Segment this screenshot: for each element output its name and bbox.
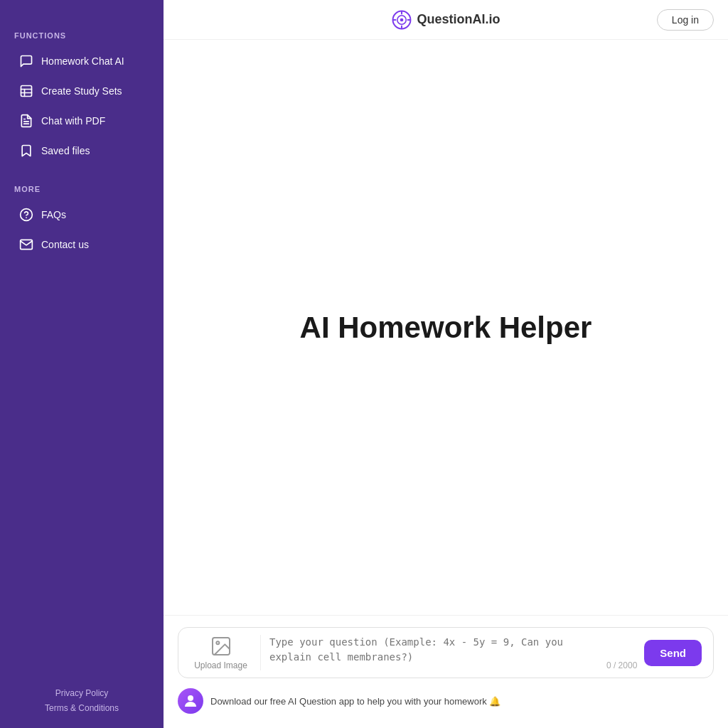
question-icon xyxy=(18,207,34,223)
functions-section-label: FUNCTIONS xyxy=(11,31,152,40)
send-button[interactable]: Send xyxy=(644,640,702,666)
mail-icon xyxy=(18,237,34,252)
bottom-bar: Upload Image 0 / 2000 Send Download our … xyxy=(164,615,728,728)
privacy-policy-link[interactable]: Privacy Policy xyxy=(11,686,152,702)
study-icon xyxy=(18,83,34,99)
saved-files-label: Saved files xyxy=(41,145,90,156)
header: QuestionAI.io Log in xyxy=(164,0,728,40)
bookmark-icon xyxy=(18,143,34,159)
sidebar-item-faqs[interactable]: FAQs xyxy=(11,200,152,229)
chat-with-pdf-label: Chat with PDF xyxy=(41,115,105,127)
app-download-bar: Download our free AI Question app to hel… xyxy=(178,685,714,717)
sidebar-item-chat-with-pdf[interactable]: Chat with PDF xyxy=(11,107,152,135)
svg-point-10 xyxy=(400,18,403,21)
terms-conditions-link[interactable]: Terms & Conditions xyxy=(11,701,152,717)
hero-section: AI Homework Helper xyxy=(164,40,728,615)
faqs-label: FAQs xyxy=(41,209,66,220)
avatar-icon xyxy=(182,692,199,710)
svg-point-17 xyxy=(188,695,193,701)
logo-icon xyxy=(392,10,412,30)
app-avatar xyxy=(178,688,203,714)
svg-rect-0 xyxy=(21,86,32,97)
char-count: 0 / 2000 xyxy=(606,660,637,670)
homework-chat-label: Homework Chat AI xyxy=(41,55,124,67)
upload-icon xyxy=(210,635,232,658)
sidebar-item-saved-files[interactable]: Saved files xyxy=(11,136,152,165)
sidebar-item-contact-us[interactable]: Contact us xyxy=(11,230,152,259)
sidebar-item-create-study-sets[interactable]: Create Study Sets xyxy=(11,77,152,105)
login-button[interactable]: Log in xyxy=(657,9,714,31)
more-section-label: MORE xyxy=(11,185,152,193)
pdf-icon xyxy=(18,113,34,129)
sidebar: FUNCTIONS Homework Chat AI Create Study … xyxy=(0,0,164,728)
main-content: QuestionAI.io Log in AI Homework Helper … xyxy=(164,0,728,728)
logo: QuestionAI.io xyxy=(392,10,500,30)
sidebar-footer: Privacy Policy Terms & Conditions xyxy=(0,675,164,728)
chat-icon xyxy=(18,53,34,69)
logo-text: QuestionAI.io xyxy=(417,12,500,27)
svg-point-16 xyxy=(216,641,219,644)
question-input[interactable] xyxy=(269,635,606,670)
sidebar-item-homework-chat[interactable]: Homework Chat AI xyxy=(11,47,152,75)
contact-us-label: Contact us xyxy=(41,239,89,250)
hero-title: AI Homework Helper xyxy=(300,311,592,345)
upload-label: Upload Image xyxy=(194,660,247,670)
create-study-sets-label: Create Study Sets xyxy=(41,85,122,97)
input-row: Upload Image 0 / 2000 Send xyxy=(178,627,714,678)
upload-image-button[interactable]: Upload Image xyxy=(190,635,261,670)
app-download-text: Download our free AI Question app to hel… xyxy=(210,696,500,707)
